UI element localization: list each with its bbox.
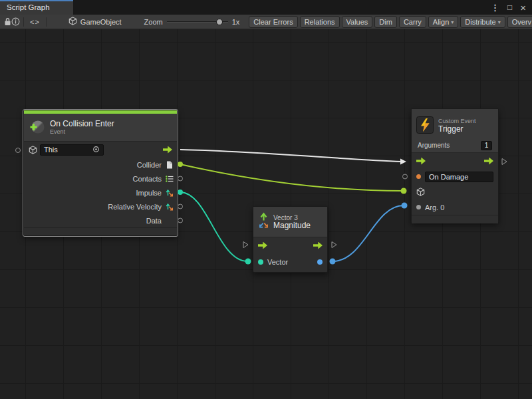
event-name-field[interactable]: On Damage: [425, 172, 493, 182]
toolbar-buttons: Clear Errors Relations Values Dim Carry …: [249, 16, 532, 28]
window-menu-icon[interactable]: ⋮: [491, 3, 499, 12]
output-row-collider[interactable]: Collider: [24, 158, 177, 172]
chevron-down-icon: ▾: [498, 19, 501, 25]
output-row-impulse[interactable]: Impulse: [24, 186, 177, 200]
button-label: Overv: [512, 18, 531, 26]
tab-bar: Script Graph ⋮ □ ×: [0, 0, 532, 15]
flow-output-arrow-icon[interactable]: [313, 242, 323, 249]
node-on-collision-enter[interactable]: On Collision Enter Event This Collider: [23, 110, 178, 236]
arguments-count-field[interactable]: 1: [481, 141, 492, 150]
lock-icon[interactable]: [4, 16, 11, 28]
port-arg0-input[interactable]: [402, 203, 408, 209]
align-dropdown[interactable]: Align ▾: [428, 16, 458, 28]
vector-input-row[interactable]: Vector: [253, 253, 327, 271]
event-name-port-icon[interactable]: [416, 174, 421, 179]
zoom-slider-knob[interactable]: [216, 19, 223, 25]
vector3-icon: [165, 188, 174, 197]
node-header-text: On Collision Enter Event: [50, 120, 114, 136]
node-vector3-magnitude[interactable]: Vector 3 Magnitude Vector: [253, 206, 328, 273]
event-name-value: On Damage: [429, 173, 468, 181]
arguments-row: Arguments 1: [412, 138, 498, 153]
object-picker-icon[interactable]: [92, 146, 100, 154]
port-vector-input-edge[interactable]: [245, 259, 251, 265]
target-value: This: [44, 146, 58, 154]
port-impulse-output[interactable]: [178, 190, 183, 195]
maximize-icon[interactable]: □: [507, 3, 512, 11]
vector-input-port-icon[interactable]: [258, 259, 263, 265]
port-collider-output[interactable]: [178, 162, 183, 167]
flow-input-arrow-icon[interactable]: [416, 158, 426, 165]
icon-placeholder: [165, 216, 174, 225]
dim-button[interactable]: Dim: [374, 16, 397, 28]
window-controls: ⋮ □ ×: [491, 0, 532, 15]
clear-errors-button[interactable]: Clear Errors: [249, 16, 297, 28]
toolbar-divider: [23, 17, 24, 27]
zoom-value: 1x: [232, 18, 240, 26]
node-footer: [412, 215, 498, 223]
arg0-row[interactable]: Arg. 0: [412, 200, 498, 215]
port-event-flow-out[interactable]: [502, 159, 507, 165]
port-label: Contacts: [133, 175, 162, 183]
output-row-relative-velocity[interactable]: Relative Velocity: [24, 200, 177, 213]
node-subtitle: Event: [50, 128, 114, 136]
node-header[interactable]: Vector 3 Magnitude: [253, 207, 327, 237]
port-label: Data: [146, 217, 162, 225]
lightning-icon: [416, 116, 434, 135]
magnitude-output-port-icon[interactable]: [317, 259, 323, 265]
event-name-row: On Damage: [412, 169, 498, 184]
node-trigger-custom-event[interactable]: Custom Event Trigger Arguments 1 On Dama…: [411, 108, 499, 223]
wire-trigger-flow[interactable]: [180, 150, 401, 162]
flow-output-arrow-icon[interactable]: [484, 158, 493, 165]
output-row-data[interactable]: Data: [24, 213, 177, 227]
overview-button[interactable]: Overv: [507, 16, 532, 28]
list-icon: [165, 174, 174, 183]
port-event-target-input[interactable]: [401, 188, 407, 194]
button-label: Dim: [379, 18, 392, 26]
node-title: Magnitude: [273, 221, 311, 230]
port-relative-velocity-output[interactable]: [178, 204, 183, 209]
port-vector-flow-out[interactable]: [332, 242, 336, 248]
arguments-label: Arguments: [418, 142, 450, 149]
port-vector-flow-in[interactable]: [243, 242, 248, 248]
node-title: On Collision Enter: [50, 120, 114, 128]
button-label: Relations: [305, 18, 335, 26]
target-row: This: [24, 142, 177, 158]
zoom-slider[interactable]: [167, 18, 228, 26]
port-event-name-input[interactable]: [403, 174, 408, 179]
gameobject-reference[interactable]: GameObject: [68, 17, 122, 27]
target-field[interactable]: This: [40, 144, 104, 156]
toolbar-divider: [46, 17, 47, 27]
arg0-port-icon[interactable]: [416, 205, 421, 209]
node-header-text: Custom Event Trigger: [438, 118, 476, 134]
port-label: Collider: [137, 161, 162, 169]
port-label: Arg. 0: [425, 203, 444, 211]
port-label: Impulse: [136, 189, 162, 197]
info-icon[interactable]: [11, 16, 20, 28]
graph-canvas[interactable]: On Collision Enter Event This Collider: [0, 29, 532, 399]
tab-script-graph[interactable]: Script Graph: [0, 0, 73, 15]
vector3-icon: [259, 212, 269, 231]
node-header[interactable]: Custom Event Trigger: [412, 109, 498, 138]
carry-button[interactable]: Carry: [399, 16, 426, 28]
close-icon[interactable]: ×: [520, 3, 526, 13]
document-icon: [165, 160, 174, 169]
button-label: Values: [346, 18, 368, 26]
wire-magnitude-arg0[interactable]: [332, 205, 404, 261]
port-label: Vector: [267, 258, 288, 266]
relations-button[interactable]: Relations: [300, 16, 340, 28]
flow-input-arrow-icon[interactable]: [258, 242, 267, 249]
tab-title: Script Graph: [7, 3, 50, 11]
flow-output-arrow-icon[interactable]: [163, 146, 172, 154]
wire-collider-target[interactable]: [180, 164, 403, 191]
wire-impulse-vector[interactable]: [180, 192, 247, 261]
port-target-input[interactable]: [16, 148, 21, 153]
port-magnitude-output-edge[interactable]: [330, 259, 336, 265]
event-target-row[interactable]: [412, 184, 498, 200]
node-header[interactable]: On Collision Enter Event: [24, 114, 177, 142]
edit-script-icon[interactable]: <>: [27, 18, 43, 26]
port-contacts-output[interactable]: [178, 176, 183, 181]
distribute-dropdown[interactable]: Distribute ▾: [460, 16, 505, 28]
values-button[interactable]: Values: [342, 16, 373, 28]
output-row-contacts[interactable]: Contacts: [24, 172, 177, 186]
port-data-output[interactable]: [178, 218, 183, 223]
